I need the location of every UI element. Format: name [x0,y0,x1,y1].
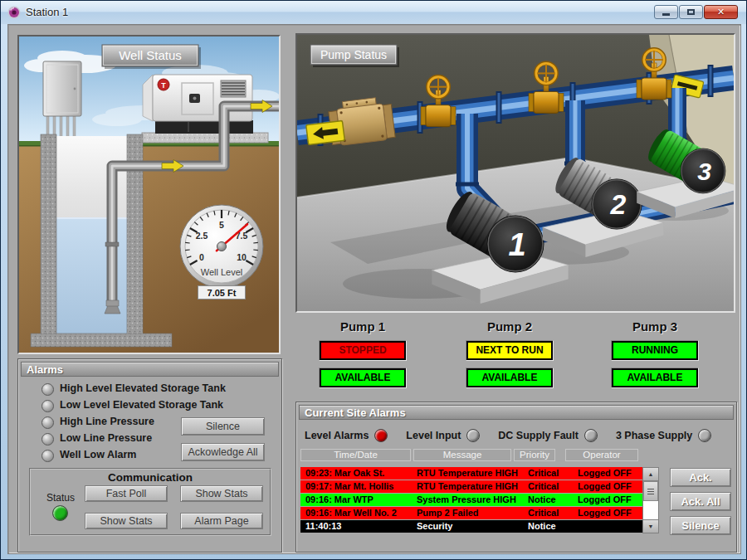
comm-button[interactable]: Alarm Page [180,513,263,529]
pump-indicator-column: Pump 3RUNNINGAVAILABLE [611,319,699,388]
alarm-indicator-label: DC Supply Fault [498,430,579,441]
maximize-icon [687,9,695,15]
site-alarm-buttons: Ack.Ack. AllSilence [670,468,731,540]
well-level-value-text: 7.05 Ft [208,288,237,298]
alarm-row-operator: Logged OFF [578,481,632,491]
site-alarms-title: Current Site Alarms [305,407,406,419]
minimize-button[interactable] [654,5,678,19]
gauge-tick-label: 2.5 [196,231,208,241]
communication-title: Communication [31,471,270,484]
alarm-row[interactable]: 09:16: Mar WTPSystem Pressure HIGHNotice… [300,494,642,506]
gauge-tick-label: 5 [219,220,224,230]
well-status-scene: T [17,35,281,354]
maximize-button[interactable] [679,5,703,19]
acknowledge-all-button[interactable]: Ackowledge All [181,443,265,461]
alarm-row-time: 09:16: Mar Well No. 2 [305,508,397,518]
scrollbar-thumb[interactable] [643,481,658,501]
pump-availability-value: AVAILABLE [466,368,553,387]
alarm-row-message: RTU Temperature HIGH [417,468,518,478]
alarm-row[interactable]: 11:40:13SecurityNotice [300,520,642,533]
app-icon [7,6,21,19]
pump-indicator-column: Pump 1STOPPEDAVAILABLE [319,319,407,388]
column-headers: Time/DateMessagePriorityOperator [300,449,638,461]
pump-run-status: NEXT TO RUN [466,340,554,361]
alarm-list-item: Low Level Elevated Storage Tank [18,397,281,414]
scroll-down-icon: ▼ [648,523,654,529]
alarm-table-scrollbar[interactable]: ▲ ▼ [642,467,659,533]
alarm-item-label: Low Line Pressure [60,432,152,444]
scroll-up-icon: ▲ [648,471,654,477]
alarm-row[interactable]: 09:17: Mar Mt. HollisRTU Temperature HIG… [300,480,642,493]
alarm-row-time: 09:16: Mar WTP [305,494,374,504]
alarm-item-label: High Line Pressure [60,416,154,427]
alarm-row[interactable]: 09:23: Mar Oak St.RTU Temperature HIGHCr… [300,467,642,480]
alarm-row-operator: Logged OFF [578,468,632,478]
pump-availability: AVAILABLE [466,368,554,388]
alarm-row-priority: Critical [528,468,559,478]
site-alarm-indicators: Level AlarmsLevel InputDC Supply Fault3 … [305,429,730,442]
svg-text:T: T [161,81,166,90]
comm-button[interactable]: Fast Poll [85,485,168,502]
alarm-indicator-lamp-icon [42,433,54,446]
alarm-indicator-label: Level Alarms [305,430,369,441]
alarm-indicator-lamp-icon [42,383,54,396]
alarm-row-message: RTU Temperature HIGH [417,481,518,491]
alarm-list-item: High Level Elevated Storage Tank [18,381,281,397]
alarm-row-time: 11:40:13 [305,521,341,531]
pump-name-label: Pump 2 [466,319,554,334]
scroll-down-button[interactable]: ▼ [643,519,658,533]
alarm-indicator-led [698,429,711,442]
pump-status-scene: 1 [295,33,735,313]
column-header: Priority [514,449,555,461]
alarm-indicator-led [374,429,388,442]
client-area: T [7,24,741,554]
title-bar[interactable]: Station 1 ✕ [1,1,746,24]
column-header: Operator [565,449,638,461]
alarm-row-operator: Logged OFF [578,508,632,518]
alarm-indicator-led [466,429,480,442]
silence-alarms-button[interactable]: Silence [670,516,731,535]
silence-button[interactable]: Silence [181,417,265,436]
alarm-table: 09:23: Mar Oak St.RTU Temperature HIGHCr… [300,467,642,533]
alarms-panel: Alarms High Level Elevated Storage TankL… [17,358,282,553]
alarm-row[interactable]: 09:16: Mar Well No. 2Pump 2 FailedCritic… [300,507,642,519]
well-status-label: Well Status [119,48,182,62]
communication-group: Communication Status Fast PollShow Stats… [29,468,271,536]
alarm-indicator-label: 3 Phase Supply [616,430,692,441]
gauge-title: Well Level [201,267,243,277]
alarm-row-message: System Pressure HIGH [417,494,516,504]
pump-run-status: RUNNING [611,340,699,361]
close-button[interactable]: ✕ [704,5,738,19]
scrollbar-grip-icon [647,489,654,494]
pump-name-label: Pump 3 [611,319,699,334]
gauge-tick-label: 0 [199,252,204,262]
alarm-indicator-label: Level Input [406,430,461,441]
generator-logo-icon: T [158,79,169,90]
comm-status-led [52,505,68,521]
column-header: Time/Date [300,449,411,461]
alarm-row-message: Security [417,521,452,531]
close-icon: ✕ [717,7,725,17]
minimize-icon [662,13,670,16]
alarm-row-priority: Notice [528,494,556,504]
alarm-indicator-lamp-icon [42,416,54,429]
alarm-indicator-lamp-icon [42,400,54,412]
pump-availability-value: AVAILABLE [612,368,698,387]
alarm-row-time: 09:23: Mar Oak St. [305,468,384,478]
alarm-row-priority: Notice [528,521,556,531]
pump-number-label: 1 [509,226,526,262]
pump-availability: AVAILABLE [611,368,699,388]
site-alarms-panel: Current Site Alarms Level AlarmsLevel In… [295,402,737,553]
alarm-indicator-lamp-icon [42,450,54,462]
window-title: Station 1 [26,6,68,18]
ack-all-button[interactable]: Ack. All [670,492,731,511]
comm-button[interactable]: Show Stats [85,513,168,529]
pump-indicator-column: Pump 2NEXT TO RUNAVAILABLE [466,319,554,388]
well-level-value: 7.05 Ft [198,285,246,299]
scroll-up-button[interactable]: ▲ [643,468,658,481]
comm-button[interactable]: Show Stats [180,485,263,502]
alarm-item-label: Well Low Alarm [60,449,136,460]
alarm-item-label: Low Level Elevated Storage Tank [60,399,223,411]
ack-button[interactable]: Ack. [670,468,731,487]
app-window: Station 1 ✕ [0,0,747,560]
